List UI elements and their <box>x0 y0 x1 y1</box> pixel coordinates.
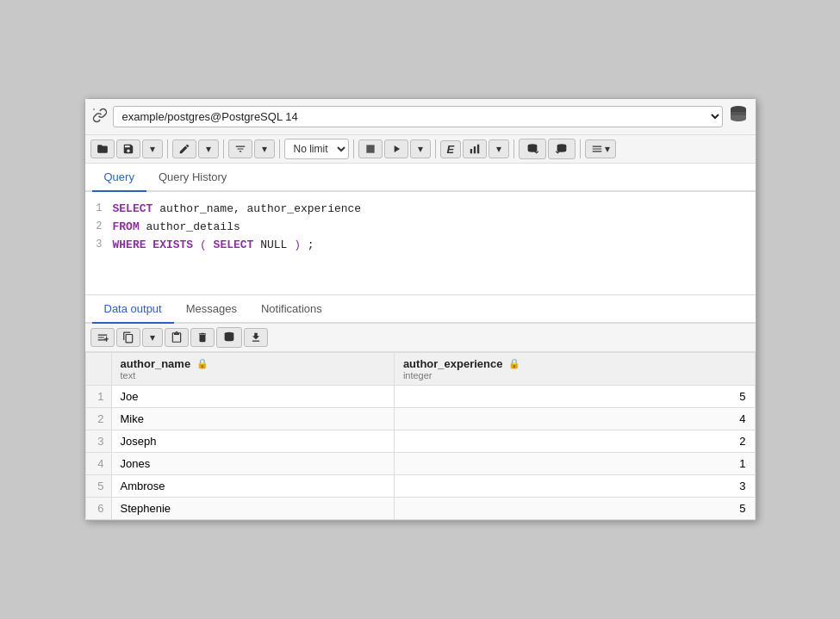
rollback-button[interactable] <box>548 139 576 159</box>
table-row: 2 Mike 4 <box>85 408 755 430</box>
sql-semicolon: ; <box>308 238 314 251</box>
editor-tabs: Query Query History <box>85 164 756 192</box>
sql-line-1: 1 SELECT author_name, author_experience <box>92 201 749 219</box>
sep7 <box>580 139 581 158</box>
sql-keyword-where: WHERE <box>113 238 146 251</box>
svg-rect-5 <box>477 145 479 154</box>
line-num-1: 1 <box>92 201 113 217</box>
data-toolbar: ▾ <box>85 324 756 352</box>
run-button[interactable] <box>384 139 408 158</box>
filter-dropdown-button[interactable]: ▾ <box>254 139 275 158</box>
results-table: author_name 🔒 text author_experience 🔒 i… <box>85 352 756 520</box>
sep5 <box>435 139 436 158</box>
macros-button[interactable]: ▾ <box>585 139 616 158</box>
sql-keyword-select2: SELECT <box>214 238 254 251</box>
output-tabs: Data output Messages Notifications <box>85 295 756 324</box>
author-experience-cell: 3 <box>394 475 755 498</box>
sql-paren-open: ( <box>200 238 207 251</box>
edit-dropdown-button[interactable]: ▾ <box>198 139 219 158</box>
author-name-cell: Ambrose <box>111 475 394 498</box>
sep4 <box>353 139 354 158</box>
delete-button[interactable] <box>190 328 215 347</box>
row-num-cell: 3 <box>85 430 111 453</box>
col-header-author-name[interactable]: author_name 🔒 text <box>111 353 394 386</box>
author-experience-cell: 5 <box>394 498 755 520</box>
author-experience-cell: 2 <box>394 430 755 453</box>
author-name-cell: Mike <box>111 408 394 430</box>
explain-dropdown-button[interactable]: ▾ <box>488 139 509 158</box>
lock-icon-1: 🔒 <box>196 358 208 369</box>
tab-notifications[interactable]: Notifications <box>249 295 334 324</box>
author-experience-cell: 4 <box>394 408 755 430</box>
author-name-cell: Joseph <box>111 430 394 453</box>
row-num-cell: 5 <box>85 475 111 498</box>
main-toolbar: ▾ ▾ ▾ No limit ▾ E <box>85 135 756 164</box>
tab-query[interactable]: Query <box>92 164 146 192</box>
sql-select-cols: author_name, author_experience <box>159 202 361 215</box>
col-name-author-experience: author_experience <box>403 357 503 370</box>
sep1 <box>167 139 168 158</box>
filter-button[interactable] <box>228 139 252 158</box>
svg-line-0 <box>93 108 95 110</box>
chain-icon <box>92 108 108 127</box>
database-icon <box>728 104 749 129</box>
col-name-author-name: author_name <box>121 357 191 370</box>
connection-select[interactable]: example/postgres@PostgreSQL 14 <box>113 106 723 127</box>
stop-button[interactable] <box>358 139 383 158</box>
main-window: example/postgres@PostgreSQL 14 ▾ ▾ <box>84 98 756 521</box>
edit-button[interactable] <box>172 139 196 158</box>
line-num-3: 3 <box>92 237 113 253</box>
sep3 <box>279 139 280 158</box>
tab-query-history[interactable]: Query History <box>146 164 239 192</box>
data-output-panel: author_name 🔒 text author_experience 🔒 i… <box>85 352 756 520</box>
svg-rect-3 <box>470 149 472 153</box>
run-dropdown-button[interactable]: ▾ <box>410 139 431 158</box>
explain-button[interactable]: E <box>440 140 462 158</box>
col-type-author-name: text <box>121 370 385 381</box>
open-button[interactable] <box>90 139 115 158</box>
row-num-cell: 2 <box>85 408 111 430</box>
lock-icon-2: 🔒 <box>508 358 520 369</box>
sql-from-table: author_details <box>146 220 240 233</box>
col-header-author-experience[interactable]: author_experience 🔒 integer <box>394 353 755 386</box>
add-row-button[interactable] <box>90 328 115 347</box>
paste-button[interactable] <box>165 328 189 347</box>
tab-messages[interactable]: Messages <box>174 295 249 324</box>
sql-line-3: 3 WHERE EXISTS ( SELECT NULL ) ; <box>92 237 749 255</box>
explain-chart-button[interactable] <box>463 139 487 158</box>
commit-button[interactable] <box>519 139 546 159</box>
sql-keyword-select: SELECT <box>113 202 153 215</box>
sql-editor[interactable]: 1 SELECT author_name, author_experience … <box>85 192 756 295</box>
svg-rect-4 <box>474 146 476 153</box>
row-num-cell: 1 <box>85 386 111 408</box>
download-button[interactable] <box>244 328 268 347</box>
author-experience-cell: 5 <box>394 386 755 408</box>
svg-rect-2 <box>366 145 374 152</box>
author-name-cell: Joe <box>111 386 394 408</box>
row-num-header <box>85 353 111 386</box>
sep2 <box>223 139 224 158</box>
table-row: 1 Joe 5 <box>85 386 755 408</box>
col-type-author-experience: integer <box>403 370 746 381</box>
copy-dropdown-button[interactable]: ▾ <box>142 328 163 347</box>
line-num-2: 2 <box>92 219 113 235</box>
row-num-cell: 6 <box>85 498 111 520</box>
table-row: 4 Jones 1 <box>85 453 755 475</box>
table-row: 3 Joseph 2 <box>85 430 755 453</box>
table-row: 6 Stephenie 5 <box>85 498 755 520</box>
author-name-cell: Jones <box>111 453 394 475</box>
author-experience-cell: 1 <box>394 453 755 475</box>
connection-bar: example/postgres@PostgreSQL 14 <box>85 99 756 135</box>
save-dropdown-button[interactable]: ▾ <box>142 139 163 158</box>
author-name-cell: Stephenie <box>111 498 394 520</box>
limit-select[interactable]: No limit <box>284 139 349 159</box>
sql-paren-close: ) <box>294 238 301 251</box>
refresh-button[interactable] <box>216 327 242 348</box>
table-row: 5 Ambrose 3 <box>85 475 755 498</box>
sep6 <box>513 139 514 158</box>
save-button[interactable] <box>116 139 140 158</box>
tab-data-output[interactable]: Data output <box>92 295 174 324</box>
sql-line-2: 2 FROM author_details <box>92 219 749 237</box>
copy-button[interactable] <box>116 328 140 347</box>
sql-fn-exists: EXISTS <box>152 238 193 251</box>
